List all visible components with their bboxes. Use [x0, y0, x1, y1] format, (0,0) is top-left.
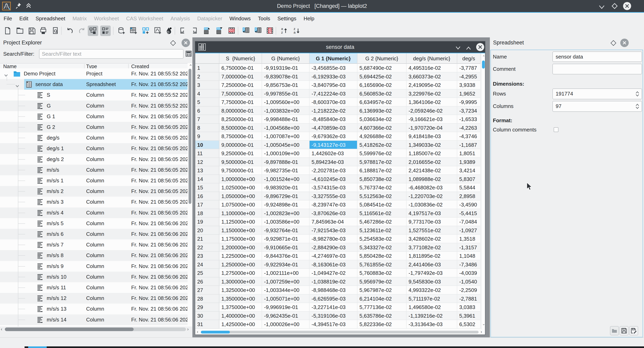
table-cell[interactable]: 3,0383: [457, 303, 480, 312]
table-cell[interactable]: -1,030836e-02: [406, 200, 457, 209]
table-cell[interactable]: -1,218222e-02: [310, 107, 358, 115]
table-row-number[interactable]: 26: [195, 278, 219, 286]
table-row-number[interactable]: 27: [195, 286, 219, 295]
table-cell[interactable]: 5,343327e-02: [358, 243, 406, 252]
redo-button[interactable]: [77, 25, 87, 36]
table-cell[interactable]: -1,002823e+00: [262, 209, 310, 218]
table-cell[interactable]: 1,150000e+00: [219, 226, 262, 235]
table-cell[interactable]: 5,512563e-02: [358, 192, 406, 201]
table-cell[interactable]: 5,711197e-02: [406, 295, 457, 303]
toggle-properties-button[interactable]: [100, 25, 111, 36]
table-cell[interactable]: 9,545830e-03: [406, 278, 457, 286]
tree-row-m-s-s-7[interactable]: m/s/s 7ColumnFr. Nov. 21 08:56:06 2025: [0, 239, 192, 250]
table-cell[interactable]: 4,926688e-02: [358, 132, 406, 141]
add-rows-above-button[interactable]: [202, 25, 212, 36]
table-column-header[interactable]: G 2 {Numeric}: [358, 53, 406, 64]
table-cell[interactable]: -1,000109e+00: [262, 149, 310, 158]
table-row-number[interactable]: 30: [195, 312, 219, 320]
table-cell[interactable]: 5,978817e-02: [358, 158, 406, 166]
table-cell[interactable]: -1,139216e-02: [406, 312, 457, 320]
table-cell[interactable]: 5,418262e-02: [358, 141, 406, 149]
table-cell[interactable]: 1,527551e-02: [406, 226, 457, 235]
tree-row-g[interactable]: GColumnFr. Nov. 21 08:55:52 2025: [0, 100, 192, 111]
table-cell[interactable]: -9,932764e-01: [262, 226, 310, 235]
insert-row-above-button[interactable]: [178, 25, 188, 36]
table-vertical-scrollbar[interactable]: ⌃ ⌄: [481, 53, 485, 329]
undo-button[interactable]: [65, 25, 75, 36]
table-cell[interactable]: -4,470859e-03: [310, 124, 358, 132]
table-cell[interactable]: 7,500000e-01: [219, 89, 262, 98]
table-row-number[interactable]: 22: [195, 243, 219, 252]
table-cell[interactable]: 1,496580e-02: [406, 303, 457, 312]
tree-row-demo-project[interactable]: Demo ProjectProjectFr. Nov. 21 08:55:52 …: [0, 68, 192, 79]
table-cell[interactable]: -9,856753e-01: [262, 81, 310, 89]
table-cell[interactable]: 3,9338: [457, 81, 480, 89]
tree-row-deg-s[interactable]: deg/sColumnFr. Nov. 21 08:56:05 2025: [0, 132, 192, 143]
table-cell[interactable]: 5,036634e-02: [358, 115, 406, 124]
tree-row-m-s-s-4[interactable]: m/s/s 4ColumnFr. Nov. 21 08:56:05 2025: [0, 207, 192, 218]
table-cell[interactable]: -2,202781e-03: [310, 166, 358, 175]
subwindow-close-button[interactable]: [476, 43, 484, 53]
table-cell[interactable]: 8,250000e-01: [219, 115, 262, 124]
spreadsheet-window-titlebar[interactable]: sensor data: [195, 41, 485, 53]
table-cell[interactable]: 6,214104e-02: [358, 295, 406, 303]
table-cell[interactable]: -4,2955: [457, 72, 480, 81]
table-cell[interactable]: 9,000000e-01: [219, 141, 262, 149]
table-cell[interactable]: 7,845963e-04: [310, 218, 358, 226]
table-cell[interactable]: 9,750000e-01: [219, 166, 262, 175]
table-cell[interactable]: 5,956979e-02: [358, 278, 406, 286]
table-cell[interactable]: 9,773170e-03: [406, 218, 457, 226]
table-cell[interactable]: -9,844376e-01: [262, 252, 310, 260]
table-cell[interactable]: 1,185007e-02: [406, 149, 457, 158]
table-column-header[interactable]: G 1 {Numeric}: [310, 53, 358, 64]
table-cell[interactable]: -4,2263: [457, 124, 480, 132]
table-cell[interactable]: -8,485840e-03: [310, 115, 358, 124]
open-file-button[interactable]: [14, 25, 25, 36]
close-properties-icon[interactable]: [620, 39, 629, 47]
table-row-number[interactable]: 18: [195, 209, 219, 218]
table-cell[interactable]: 5,967987e-02: [358, 286, 406, 295]
spreadsheet-window[interactable]: sensor data S {Numeric}G {Numeric}G 1 {N…: [195, 41, 486, 335]
table-cell[interactable]: 2,8958: [457, 192, 480, 201]
table-cell[interactable]: -1,000026e+00: [262, 320, 310, 329]
tree-row-m-s-s-14[interactable]: m/s/s 14ColumnFr. Nov. 21 08:56:06 2025: [0, 315, 192, 325]
table-cell[interactable]: -9,166621e-03: [406, 115, 457, 124]
table-cell[interactable]: -8,239747e-03: [310, 200, 358, 209]
tree-row-m-s-s-9[interactable]: m/s/s 9ColumnFr. Nov. 21 08:56:06 2025: [0, 261, 192, 272]
new-worksheet-button[interactable]: [152, 25, 163, 36]
table-cell[interactable]: -9,910665e-01: [262, 243, 310, 252]
table-column-header[interactable]: deg/s: [457, 53, 480, 64]
table-cell[interactable]: -3,7234: [457, 107, 480, 115]
table-cell[interactable]: 1,000000e+00: [219, 175, 262, 184]
tree-row-m-s-s[interactable]: m/s/sColumnFr. Nov. 21 08:56:05 2025: [0, 165, 192, 175]
tree-row-s[interactable]: SColumnFr. Nov. 21 08:55:52 2025: [0, 90, 192, 100]
insert-col-left-button[interactable]: [241, 25, 251, 36]
table-cell[interactable]: -3,870626e-03: [310, 209, 358, 218]
table-cell[interactable]: 5,084541e-02: [358, 200, 406, 209]
table-cell[interactable]: -1,007259e+00: [262, 278, 310, 286]
table-cell[interactable]: -3,840795e-03: [310, 81, 358, 89]
tree-row-g-1[interactable]: G 1ColumnFr. Nov. 21 08:56:05 2025: [0, 111, 192, 122]
table-cell[interactable]: 4,607366e-02: [358, 124, 406, 132]
table-cell[interactable]: 6,560853e-02: [358, 89, 406, 98]
table-row-number[interactable]: 20: [195, 226, 219, 235]
table-cell[interactable]: 8,750000e-01: [219, 132, 262, 141]
table-cell[interactable]: -8,982780e-03: [310, 235, 358, 243]
table-cell[interactable]: -1,3157: [457, 243, 480, 252]
table-cell[interactable]: -9,919319e-01: [262, 64, 310, 72]
table-row-number[interactable]: 8: [195, 124, 219, 132]
table-cell[interactable]: 1,9389: [457, 158, 480, 166]
table-row-number[interactable]: 2: [195, 72, 219, 81]
table-cell[interactable]: -9,922934e-01: [262, 260, 310, 269]
table-cell[interactable]: 3,229976e-02: [406, 89, 457, 98]
tree-vertical-scrollbar[interactable]: ⌃: [188, 63, 192, 328]
table-cell[interactable]: 6,750000e-01: [219, 64, 262, 72]
table-cell[interactable]: 7,750000e-01: [219, 98, 262, 107]
table-cell[interactable]: -1,003832e+00: [262, 107, 310, 115]
table-cell[interactable]: 1,3518: [457, 235, 480, 243]
table-cell[interactable]: 9,500000e-01: [219, 158, 262, 166]
table-row-number[interactable]: 17: [195, 200, 219, 209]
table-cell[interactable]: -9,839078e-01: [262, 72, 310, 81]
insert-row-below-button[interactable]: [190, 25, 200, 36]
table-row-number[interactable]: 31: [195, 320, 219, 329]
